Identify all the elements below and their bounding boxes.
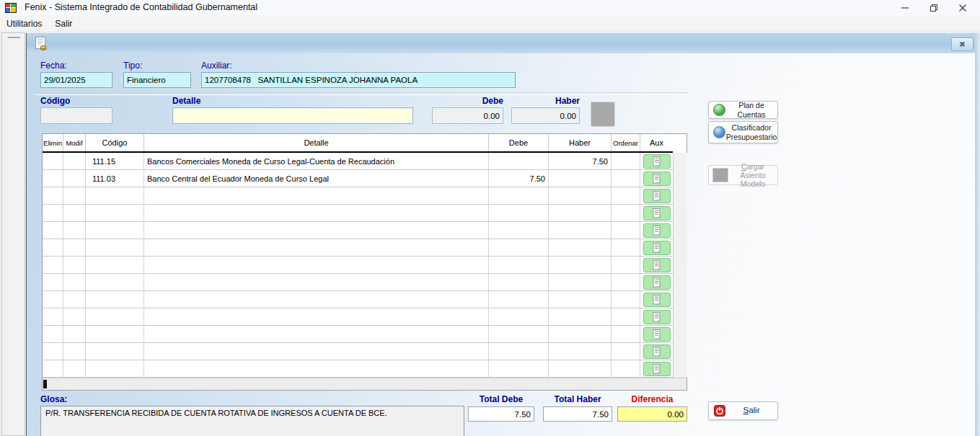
cell-detalle[interactable] [144, 308, 489, 326]
col-elimin[interactable]: Elimin [43, 134, 63, 151]
cell-ordenar[interactable] [612, 257, 640, 274]
cell-codigo[interactable]: 111.15 [86, 153, 144, 170]
cell-detalle[interactable] [144, 274, 489, 291]
cell-modif[interactable] [63, 205, 86, 222]
cell-ordenar[interactable] [612, 308, 640, 326]
cell-debe[interactable] [489, 326, 549, 343]
cell-codigo[interactable] [86, 291, 144, 308]
cell-debe[interactable] [489, 153, 549, 170]
cell-haber[interactable] [549, 291, 612, 308]
menu-item-utilitarios[interactable]: Utilitarios [0, 16, 48, 31]
cell-haber[interactable] [549, 205, 612, 222]
cell-haber[interactable] [549, 274, 612, 291]
col-modif[interactable]: Modif [63, 134, 86, 151]
cell-modif[interactable] [63, 360, 86, 378]
cell-ordenar[interactable] [612, 326, 640, 343]
cell-modif[interactable] [63, 153, 86, 170]
haber-input[interactable]: 0.00 [511, 107, 580, 124]
cell-modif[interactable] [63, 170, 86, 187]
cell-codigo[interactable] [86, 257, 144, 274]
detalle-input[interactable] [172, 107, 413, 124]
cell-codigo[interactable] [86, 187, 144, 205]
cell-codigo[interactable] [86, 308, 144, 326]
cell-ordenar[interactable] [612, 239, 640, 257]
aux-button[interactable] [643, 172, 671, 186]
aux-button[interactable] [643, 206, 671, 221]
cell-haber[interactable] [549, 222, 612, 239]
cell-ordenar[interactable] [612, 187, 640, 205]
cell-ordenar[interactable] [612, 291, 640, 308]
aux-button[interactable] [643, 293, 671, 307]
cell-modif[interactable] [63, 222, 86, 239]
cell-codigo[interactable] [86, 222, 144, 239]
cell-haber[interactable] [549, 239, 612, 257]
cell-debe[interactable] [489, 205, 549, 222]
minimize-button[interactable] [891, 0, 919, 16]
aux-button[interactable] [643, 189, 671, 203]
cell-haber[interactable] [549, 187, 612, 205]
cell-elimin[interactable] [43, 239, 63, 257]
cell-elimin[interactable] [43, 187, 63, 205]
cell-modif[interactable] [63, 257, 86, 274]
cell-haber[interactable] [549, 360, 612, 378]
cell-debe[interactable] [489, 274, 549, 291]
cell-detalle[interactable] [144, 343, 489, 360]
cell-detalle[interactable] [144, 205, 489, 222]
col-aux[interactable]: Aux [640, 134, 673, 151]
scrollbar-thumb[interactable] [43, 380, 47, 388]
cell-detalle[interactable] [144, 239, 489, 257]
cell-haber[interactable] [549, 170, 612, 187]
cell-codigo[interactable] [86, 326, 144, 343]
cell-codigo[interactable] [86, 274, 144, 291]
cell-elimin[interactable] [43, 257, 63, 274]
cell-modif[interactable] [63, 239, 86, 257]
cell-haber[interactable] [549, 257, 612, 274]
cell-ordenar[interactable] [612, 170, 640, 187]
cell-elimin[interactable] [43, 360, 63, 378]
cell-haber[interactable] [549, 343, 612, 360]
cell-haber[interactable] [549, 326, 612, 343]
cell-ordenar[interactable] [612, 343, 640, 360]
glosa-textarea[interactable]: P/R. TRANSFERENCIA RECIBIDA DE CUENTA RO… [40, 406, 464, 436]
cell-detalle[interactable] [144, 360, 489, 378]
aux-button[interactable] [643, 275, 671, 290]
cell-codigo[interactable] [86, 343, 144, 360]
table-horizontal-scrollbar[interactable] [43, 378, 687, 390]
aux-button[interactable] [643, 154, 671, 169]
auxiliar-input[interactable]: 1207708478 SANTILLAN ESPINOZA JOHANNA PA… [201, 72, 516, 88]
cell-modif[interactable] [63, 326, 86, 343]
cell-elimin[interactable] [43, 153, 63, 170]
cell-ordenar[interactable] [612, 222, 640, 239]
cell-debe[interactable] [489, 222, 549, 239]
cell-haber[interactable] [549, 308, 612, 326]
cell-ordenar[interactable] [612, 360, 640, 378]
cell-modif[interactable] [63, 308, 86, 326]
fecha-input[interactable]: 29/01/2025 [40, 72, 112, 88]
cell-elimin[interactable] [43, 205, 63, 222]
cell-detalle[interactable] [144, 187, 489, 205]
aux-button[interactable] [643, 310, 671, 324]
cell-debe[interactable]: 7.50 [489, 170, 549, 187]
aux-button[interactable] [643, 344, 671, 359]
cell-modif[interactable] [63, 187, 86, 205]
cell-elimin[interactable] [43, 326, 63, 343]
cell-debe[interactable] [489, 187, 549, 205]
cell-detalle[interactable] [144, 291, 489, 308]
col-detalle[interactable]: Detalle [144, 134, 489, 151]
cell-elimin[interactable] [43, 308, 63, 326]
cargar-asiento-modelo-button[interactable]: Cargar Asiento Modelo [708, 165, 778, 185]
cell-modif[interactable] [63, 343, 86, 360]
cell-debe[interactable] [489, 343, 549, 360]
aux-button[interactable] [643, 258, 671, 272]
cell-ordenar[interactable] [612, 274, 640, 291]
cell-debe[interactable] [489, 291, 549, 308]
cell-detalle[interactable]: Bancos Comerciales Moneda de Curso Legal… [144, 153, 489, 170]
aux-button[interactable] [643, 327, 671, 342]
add-line-button[interactable] [591, 102, 615, 127]
cell-detalle[interactable]: Banco Central del Ecuador Moneda de Curs… [144, 170, 489, 187]
cell-debe[interactable] [489, 257, 549, 274]
cell-ordenar[interactable] [612, 205, 640, 222]
cell-elimin[interactable] [43, 170, 63, 187]
menu-item-salir[interactable]: Salir [48, 16, 79, 31]
plan-de-cuentas-button[interactable]: Plan de Cuentas [708, 101, 778, 119]
